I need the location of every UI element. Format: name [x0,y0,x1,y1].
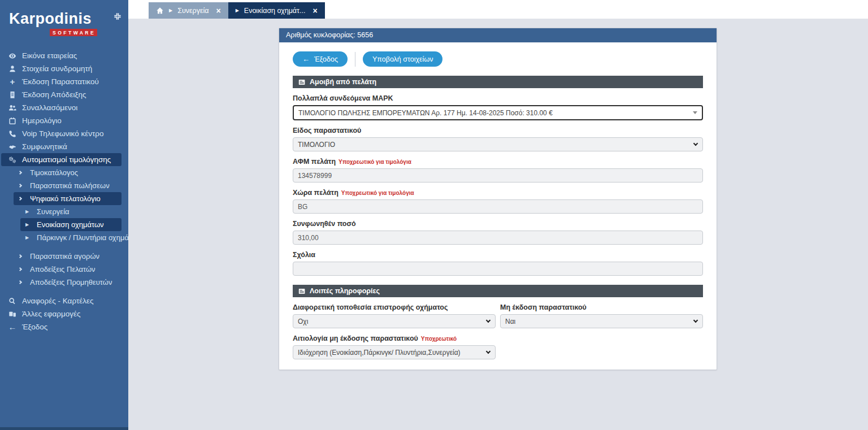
two-column-row: Διαφορετική τοποθεσία επιστροφής οχήματο… [293,297,703,328]
eye-icon [8,52,17,60]
close-icon[interactable]: × [313,6,317,15]
sidebar-item-label: Voip Τηλεφωνικό κέντρο [22,129,104,138]
sidebar-item-other-apps[interactable]: Άλλες εφαρμογές [0,307,128,320]
apps-icon [8,310,17,318]
content-area: ▶ Συνεργεία × ▶ Ενοικίαση οχημάτ... × Αρ… [128,0,868,430]
section-title: Λοιπές πληροφορίες [310,287,380,295]
country-required-note: Υποχρεωτικό για τιμολόγια [341,190,414,196]
sidebar-item-label: Αυτοματισμοί τιμολόγησης [22,155,111,164]
sidebar-item-label: Συναλλασόμενοι [22,103,77,112]
close-icon[interactable]: × [216,6,220,15]
handshake-icon [8,143,17,151]
sidebar-item-label: Παραστατικά αγορών [30,252,99,260]
chevron-right-icon [16,197,25,200]
sidebar-item-label: Αναφορές - Καρτέλες [22,297,94,305]
submit-button-label: Υποβολή στοιχείων [372,55,433,63]
tab-caret-icon: ▶ [236,8,239,14]
sidebar-item-label: Ημερολόγιο [22,116,62,125]
chevron-right-icon [16,184,25,187]
sidebar-item-parking-wash[interactable]: ▶ Πάρκινγκ / Πλυντήρια οχημάτων [0,231,128,244]
chevron-right-icon [16,171,25,174]
afm-input[interactable] [293,168,703,183]
sidebar-item-issue-receipt[interactable]: Έκδοση Απόδειξης [0,88,128,101]
sidebar-collapse-icon[interactable] [114,12,121,23]
afm-required-note: Υποχρεωτικό για τιμολόγια [338,159,411,165]
arrow-left-icon: ← [8,324,17,331]
sidebar: Karpodinis SOFTWARE Εικόνα εταιρείας Στο… [0,0,128,430]
panel-body: ← Έξοδος Υποβολή στοιχείων Αμοιβή από πε… [279,42,717,370]
comments-label: Σχόλια [293,251,703,259]
sidebar-item-label: Άλλες εφαρμογές [22,310,81,318]
comments-input[interactable] [293,262,703,276]
chevron-right-icon [16,268,25,271]
logo-title: Karpodinis [9,11,120,27]
sidebar-item-agreements[interactable]: Συμφωνητικά [0,140,128,153]
country-label: Χώρα πελάτηΥποχρεωτικό για τιμολόγια [293,189,703,197]
sidebar-item-exit[interactable]: ← Έξοδος [0,320,128,333]
tab-workshops[interactable]: ▶ Συνεργεία × [149,2,228,19]
country-input[interactable] [293,199,703,214]
return-location-field: Διαφορετική τοποθεσία επιστροφής οχήματο… [293,297,496,328]
sidebar-item-issue-document[interactable]: + Έκδοση Παραστατικού [0,75,128,88]
panel-title: Αριθμός κυκλοφορίας: 5656 [279,28,717,42]
sidebar-item-price-list[interactable]: Τιμοκατάλογος [0,166,128,179]
sidebar-item-company-image[interactable]: Εικόνα εταιρείας [0,49,128,62]
no-invoice-reason-select[interactable]: Ιδιόχρηση (Ενοικίαση,Πάρκινγκ/ Πλυντήρια… [293,345,496,359]
button-row: ← Έξοδος Υποβολή στοιχείων [293,51,703,67]
chevron-right-icon [16,255,25,258]
form-panel: Αριθμός κυκλοφορίας: 5656 ← Έξοδος Υποβο… [279,28,717,370]
return-location-label: Διαφορετική τοποθεσία επιστροφής οχήματο… [293,303,496,311]
sidebar-item-label: Έκδοση Παραστατικού [22,77,99,86]
sidebar-item-reports[interactable]: Αναφορές - Καρτέλες [0,294,128,307]
users-icon [8,104,17,112]
sidebar-item-label: Εικόνα εταιρείας [22,51,77,60]
sidebar-item-label: Έξοδος [22,323,47,331]
sidebar-item-label: Ενοικίαση οχημάτων [37,220,104,229]
triangle-right-icon: ▶ [23,222,32,228]
doc-type-select[interactable]: ΤΙΜΟΛΟΓΙΟ [293,137,703,151]
main-area: Αριθμός κυκλοφορίας: 5656 ← Έξοδος Υποβο… [128,19,868,430]
sidebar-item-digital-clientele[interactable]: Ψηφιακό πελατολόγιο [14,192,121,205]
sidebar-item-voip[interactable]: Voip Τηλεφωνικό κέντρο [0,127,128,140]
receipt-icon [8,91,17,99]
sidebar-item-vehicle-rental[interactable]: ▶ Ενοικίαση οχημάτων [20,218,121,231]
section-title: Αμοιβή από πελάτη [310,78,376,86]
logo: Karpodinis SOFTWARE [0,0,128,41]
sidebar-item-sales-documents[interactable]: Παραστατικά πωλήσεων [0,179,128,192]
exit-button-label: Έξοδος [314,55,338,63]
sidebar-item-calendar[interactable]: Ημερολόγιο [0,114,128,127]
home-icon[interactable] [156,7,164,15]
calendar-icon [8,117,17,125]
plus-icon: + [8,79,17,85]
sidebar-item-supplier-receipts[interactable]: Αποδείξεις Προμηθευτών [0,276,128,289]
sidebar-item-purchase-documents[interactable]: Παραστατικά αγορών [0,250,128,263]
sidebar-item-label: Συνεργεία [37,207,70,216]
return-location-select[interactable]: Οχι [293,314,496,328]
tab-vehicle-rental[interactable]: ▶ Ενοικίαση οχημάτ... × [228,2,325,19]
sidebar-item-label: Συμφωνητικά [22,142,67,151]
gears-icon [8,156,17,164]
amount-input[interactable] [293,231,703,245]
sidebar-item-customer-receipts[interactable]: Αποδείξεις Πελατών [0,263,128,276]
sidebar-item-workshops[interactable]: ▶ Συνεργεία [0,205,128,218]
sidebar-item-subscriber-info[interactable]: Στοιχεία συνδρομητή [0,62,128,75]
sidebar-item-contacts[interactable]: Συναλλασόμενοι [0,101,128,114]
sidebar-scrollbar[interactable] [0,427,128,430]
tab-caret-icon: ▶ [169,8,172,14]
sidebar-item-label: Τιμοκατάλογος [30,168,78,177]
mark-dropdown[interactable]: ΤΙΜΟΛΟΓΙΟ ΠΩΛΗΣΗΣ ΕΜΠΟΡΕΥΜΑΤΩΝ Αρ. 177 Η… [293,105,703,120]
triangle-right-icon: ▶ [23,235,32,241]
afm-label: ΑΦΜ πελάτηΥποχρεωτικό για τιμολόγια [293,158,703,166]
button-divider [355,52,355,67]
person-icon [8,65,17,73]
sidebar-item-billing-automations[interactable]: Αυτοματισμοί τιμολόγησης [1,153,121,166]
submit-button[interactable]: Υποβολή στοιχείων [363,51,442,67]
sidebar-menu: Εικόνα εταιρείας Στοιχεία συνδρομητή + Έ… [0,49,128,333]
exit-button[interactable]: ← Έξοδος [293,51,348,67]
section-header-other-info: Λοιπές πληροφορίες [293,285,703,297]
tab-label: Συνεργεία [177,7,209,15]
sidebar-item-label: Αποδείξεις Προμηθευτών [30,278,112,286]
search-icon [8,297,17,305]
mark-label: Πολλαπλά συνδεόμενα ΜΑΡΚ [293,94,703,102]
no-invoice-select[interactable]: Ναι [500,314,703,328]
